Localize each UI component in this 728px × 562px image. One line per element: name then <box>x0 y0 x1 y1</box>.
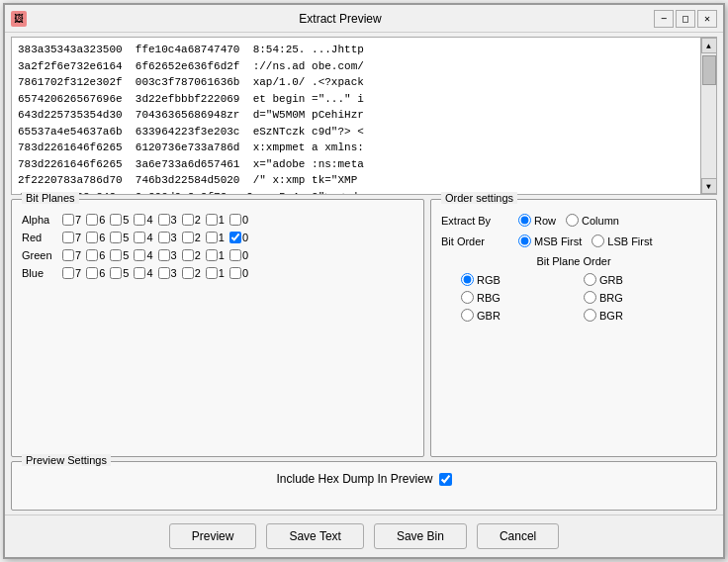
minimize-button[interactable]: − <box>654 10 674 28</box>
bit-item-red-7[interactable]: 7 <box>62 232 81 243</box>
bit-item-alpha-1[interactable]: 1 <box>206 214 225 226</box>
bit-item-blue-6[interactable]: 6 <box>86 267 105 279</box>
checkbox-green-4[interactable] <box>134 249 145 261</box>
checkbox-alpha-5[interactable] <box>110 214 122 226</box>
bit-item-green-4[interactable]: 4 <box>134 249 152 261</box>
maximize-button[interactable]: □ <box>676 10 695 28</box>
save-bin-button[interactable]: Save Bin <box>374 523 467 549</box>
checkbox-blue-7[interactable] <box>62 267 74 279</box>
bit-item-green-7[interactable]: 7 <box>62 249 81 261</box>
checkbox-blue-1[interactable] <box>206 267 218 279</box>
scroll-thumb[interactable] <box>702 55 716 85</box>
bit-item-red-3[interactable]: 3 <box>158 232 177 243</box>
checkbox-green-5[interactable] <box>110 249 122 261</box>
checkbox-green-3[interactable] <box>158 249 170 261</box>
checkbox-green-6[interactable] <box>86 249 98 261</box>
checkbox-red-5[interactable] <box>110 232 122 243</box>
bit-item-red-2[interactable]: 2 <box>182 232 201 243</box>
bit-item-alpha-2[interactable]: 2 <box>182 214 201 226</box>
bit-item-green-6[interactable]: 6 <box>86 249 105 261</box>
scroll-up-arrow[interactable]: ▲ <box>701 38 717 53</box>
bit-item-alpha-0[interactable]: 0 <box>229 214 248 226</box>
cancel-button[interactable]: Cancel <box>477 523 559 549</box>
checkbox-blue-3[interactable] <box>158 267 170 279</box>
bit-item-alpha-7[interactable]: 7 <box>62 214 81 226</box>
bpo-radio-gbr[interactable] <box>461 309 474 322</box>
bpo-radio-bgr[interactable] <box>584 309 596 322</box>
bit-item-blue-4[interactable]: 4 <box>134 267 152 279</box>
checkbox-alpha-1[interactable] <box>206 214 218 226</box>
bit-item-green-2[interactable]: 2 <box>182 249 201 261</box>
checkbox-alpha-0[interactable] <box>229 214 241 226</box>
checkbox-green-0[interactable] <box>229 249 241 261</box>
checkbox-blue-0[interactable] <box>229 267 241 279</box>
checkbox-alpha-4[interactable] <box>134 214 145 226</box>
bit-item-green-1[interactable]: 1 <box>206 249 225 261</box>
bpo-radio-brg[interactable] <box>584 291 596 304</box>
bit-item-blue-5[interactable]: 5 <box>110 267 129 279</box>
bit-item-red-5[interactable]: 5 <box>110 232 129 243</box>
bit-item-green-3[interactable]: 3 <box>158 249 177 261</box>
bpo-option-brg[interactable]: BRG <box>584 291 686 304</box>
bit-item-red-6[interactable]: 6 <box>86 232 105 243</box>
bit-num-label: 5 <box>123 214 129 226</box>
bit-item-blue-7[interactable]: 7 <box>62 267 81 279</box>
bpo-option-rgb[interactable]: RGB <box>461 273 564 286</box>
checkbox-red-0[interactable] <box>229 232 241 243</box>
checkbox-red-6[interactable] <box>86 232 98 243</box>
checkbox-blue-6[interactable] <box>86 267 98 279</box>
bit-item-green-0[interactable]: 0 <box>229 249 248 261</box>
lsb-first-option[interactable]: LSB First <box>592 234 652 247</box>
bit-num-label: 1 <box>219 232 225 243</box>
checkbox-alpha-2[interactable] <box>182 214 194 226</box>
middle-section: Bit Planes Alpha76543210Red76543210Green… <box>5 199 723 457</box>
scroll-track[interactable] <box>701 53 716 178</box>
bit-item-alpha-3[interactable]: 3 <box>158 214 177 226</box>
save-text-button[interactable]: Save Text <box>266 523 363 549</box>
checkbox-alpha-3[interactable] <box>158 214 170 226</box>
bpo-radio-rgb[interactable] <box>461 273 474 286</box>
bit-item-blue-2[interactable]: 2 <box>182 267 201 279</box>
checkbox-alpha-6[interactable] <box>86 214 98 226</box>
bit-item-red-1[interactable]: 1 <box>206 232 225 243</box>
scrollbar[interactable]: ▲ ▼ <box>700 38 716 194</box>
checkbox-blue-5[interactable] <box>110 267 122 279</box>
checkbox-red-3[interactable] <box>158 232 170 243</box>
msb-first-option[interactable]: MSB First <box>518 234 582 247</box>
checkbox-red-2[interactable] <box>182 232 194 243</box>
extract-by-column-option[interactable]: Column <box>566 214 619 227</box>
bit-row-label-blue: Blue <box>22 267 59 279</box>
order-settings-panel: Order settings Extract By Row Column Bit… <box>430 199 717 457</box>
bit-item-blue-1[interactable]: 1 <box>206 267 225 279</box>
checkbox-red-4[interactable] <box>134 232 145 243</box>
bit-item-red-4[interactable]: 4 <box>134 232 152 243</box>
checkbox-red-1[interactable] <box>206 232 218 243</box>
checkbox-alpha-7[interactable] <box>62 214 74 226</box>
close-button[interactable]: ✕ <box>697 10 717 28</box>
bit-item-red-0[interactable]: 0 <box>229 232 248 243</box>
extract-by-row-option[interactable]: Row <box>518 214 556 227</box>
checkbox-green-2[interactable] <box>182 249 194 261</box>
checkbox-green-7[interactable] <box>62 249 74 261</box>
bpo-option-bgr[interactable]: BGR <box>584 309 686 322</box>
scroll-down-arrow[interactable]: ▼ <box>701 178 717 194</box>
preview-button[interactable]: Preview <box>169 523 257 549</box>
checkbox-blue-4[interactable] <box>134 267 145 279</box>
bit-item-alpha-4[interactable]: 4 <box>134 214 152 226</box>
hex-dump-checkbox[interactable] <box>439 473 452 486</box>
bpo-option-grb[interactable]: GRB <box>584 273 686 286</box>
bpo-option-rbg[interactable]: RBG <box>461 291 564 304</box>
bit-item-alpha-6[interactable]: 6 <box>86 214 105 226</box>
bit-item-blue-0[interactable]: 0 <box>229 267 248 279</box>
bpo-option-gbr[interactable]: GBR <box>461 309 564 322</box>
bit-num-label: 6 <box>99 249 105 261</box>
checkbox-red-7[interactable] <box>62 232 74 243</box>
bit-item-alpha-5[interactable]: 5 <box>110 214 129 226</box>
bit-plane-order-title: Bit Plane Order <box>441 255 706 267</box>
bit-item-blue-3[interactable]: 3 <box>158 267 177 279</box>
checkbox-blue-2[interactable] <box>182 267 194 279</box>
checkbox-green-1[interactable] <box>206 249 218 261</box>
bpo-radio-grb[interactable] <box>584 273 596 286</box>
bit-item-green-5[interactable]: 5 <box>110 249 129 261</box>
bpo-radio-rbg[interactable] <box>461 291 474 304</box>
